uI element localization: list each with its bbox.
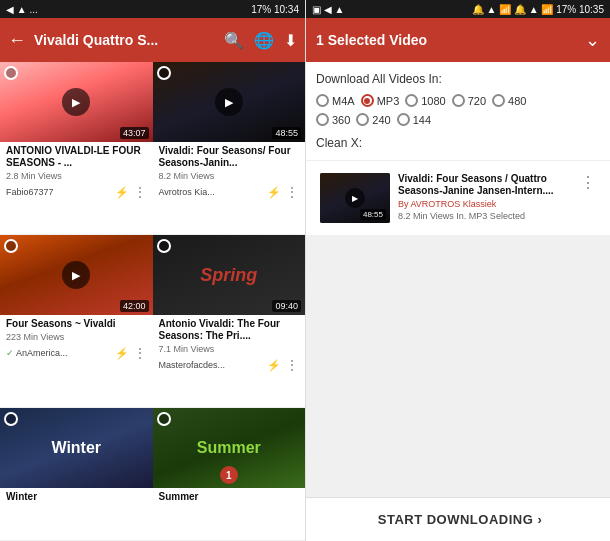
back-button[interactable]: ← xyxy=(8,30,26,51)
video-footer: Masterofacdes... ⚡ ⋮ xyxy=(153,357,306,373)
video-info: Vivaldi: Four Seasons/ Four Seasons-Jani… xyxy=(153,142,306,184)
empty-area xyxy=(306,235,610,497)
select-circle[interactable] xyxy=(157,66,171,80)
page-title: Vivaldi Quattro S... xyxy=(34,32,216,48)
selected-count-text: 1 Selected Video xyxy=(316,32,427,48)
radio-360[interactable] xyxy=(316,113,329,126)
video-thumbnail[interactable]: ▶ 42:00 xyxy=(0,235,153,315)
video-info: Four Seasons ~ Vivaldi 223 Min Views xyxy=(0,315,153,345)
list-item[interactable]: ▶ 48:55 Vivaldi: Four Seasons/ Four Seas… xyxy=(153,62,306,235)
video-title: Winter xyxy=(6,491,147,503)
result-info: Vivaldi: Four Seasons / Quattro Seasons-… xyxy=(398,173,572,221)
video-channel: Masterofacdes... xyxy=(159,360,226,370)
video-footer: Avrotros Kia... ⚡ ⋮ xyxy=(153,184,306,200)
select-circle[interactable] xyxy=(157,412,171,426)
radio-m4a[interactable] xyxy=(316,94,329,107)
select-circle[interactable] xyxy=(4,66,18,80)
download-all-label: Download All Videos In: xyxy=(316,72,600,86)
download-icon[interactable]: ⬇ xyxy=(284,31,297,50)
select-circle[interactable] xyxy=(157,239,171,253)
video-info: Antonio Vivaldi: The Four Seasons: The P… xyxy=(153,315,306,357)
radio-480[interactable] xyxy=(492,94,505,107)
status-icons-left: ◀ ▲ ... xyxy=(6,4,38,15)
format-m4a[interactable]: M4A xyxy=(316,94,355,107)
select-circle[interactable] xyxy=(4,239,18,253)
video-title: ANTONIO VIVALDI-LE FOUR SEASONS - ... xyxy=(6,145,147,169)
duration-badge: 48:55 xyxy=(360,209,386,220)
status-icons-right-left: ▣ ◀ ▲ xyxy=(312,4,344,15)
video-info: Summer xyxy=(153,488,306,506)
radio-240[interactable] xyxy=(356,113,369,126)
duration-badge: 42:00 xyxy=(120,300,149,312)
result-title: Vivaldi: Four Seasons / Quattro Seasons-… xyxy=(398,173,572,197)
play-button[interactable]: ▶ xyxy=(62,88,90,116)
list-item[interactable]: Spring 09:40 Antonio Vivaldi: The Four S… xyxy=(153,235,306,408)
video-actions: ⚡ ⋮ xyxy=(267,184,299,200)
video-footer: ✓ AnAmerica... ⚡ ⋮ xyxy=(0,345,153,361)
radio-144[interactable] xyxy=(397,113,410,126)
video-title: Antonio Vivaldi: The Four Seasons: The P… xyxy=(159,318,300,342)
bolt-icon[interactable]: ⚡ xyxy=(267,186,281,199)
video-thumbnail[interactable]: Spring 09:40 xyxy=(153,235,306,315)
start-download-button[interactable]: START DOWNLOADING › xyxy=(306,497,610,541)
start-download-label: START DOWNLOADING › xyxy=(378,512,543,527)
more-options-icon[interactable]: ⋮ xyxy=(285,357,299,373)
more-options-icon[interactable]: ⋮ xyxy=(285,184,299,200)
radio-mp3[interactable] xyxy=(361,94,374,107)
duration-badge: 09:40 xyxy=(272,300,301,312)
duration-badge: 43:07 xyxy=(120,127,149,139)
bolt-icon[interactable]: ⚡ xyxy=(115,347,129,360)
bolt-icon[interactable]: ⚡ xyxy=(267,359,281,372)
list-item[interactable]: Summer 1 Summer xyxy=(153,408,306,541)
status-icons-right-right: 🔔 ▲ 📶 🔔 ▲ 📶 17% 10:35 xyxy=(472,4,604,15)
video-views: 223 Min Views xyxy=(6,332,147,342)
video-channel: ✓ AnAmerica... xyxy=(6,348,68,358)
format-row-2: 360 240 144 xyxy=(316,113,600,126)
badge-count: 1 xyxy=(220,466,238,484)
format-144[interactable]: 144 xyxy=(397,113,431,126)
video-title: Four Seasons ~ Vivaldi xyxy=(6,318,147,330)
toolbar-right: 1 Selected Video ⌄ xyxy=(306,18,610,62)
format-360[interactable]: 360 xyxy=(316,113,350,126)
toolbar-left: ← Vivaldi Quattro S... 🔍 🌐 ⬇ xyxy=(0,18,305,62)
radio-720[interactable] xyxy=(452,94,465,107)
list-item[interactable]: Winter Winter xyxy=(0,408,153,541)
toolbar-icons: 🔍 🌐 ⬇ xyxy=(224,31,297,50)
format-720[interactable]: 720 xyxy=(452,94,486,107)
more-options-icon[interactable]: ⋮ xyxy=(580,173,596,192)
list-item[interactable]: ▶ 42:00 Four Seasons ~ Vivaldi 223 Min V… xyxy=(0,235,153,408)
bolt-icon[interactable]: ⚡ xyxy=(115,186,129,199)
play-button[interactable]: ▶ xyxy=(345,188,365,208)
radio-1080[interactable] xyxy=(405,94,418,107)
more-options-icon[interactable]: ⋮ xyxy=(133,345,147,361)
globe-icon[interactable]: 🌐 xyxy=(254,31,274,50)
format-240[interactable]: 240 xyxy=(356,113,390,126)
chevron-down-icon[interactable]: ⌄ xyxy=(585,29,600,51)
play-button[interactable]: ▶ xyxy=(62,261,90,289)
play-button[interactable]: ▶ xyxy=(215,88,243,116)
clean-label: Clean X: xyxy=(316,132,600,154)
video-views: 2.8 Min Views xyxy=(6,171,147,181)
video-channel: Fabio67377 xyxy=(6,187,54,197)
video-thumbnail[interactable]: Winter xyxy=(0,408,153,488)
result-channel: By AVROTROS Klassiek xyxy=(398,199,572,209)
video-thumbnail[interactable]: ▶ 43:07 xyxy=(0,62,153,142)
video-actions: ⚡ ⋮ xyxy=(115,345,147,361)
more-options-icon[interactable]: ⋮ xyxy=(133,184,147,200)
download-options: Download All Videos In: M4A MP3 1080 720… xyxy=(306,62,610,161)
list-item[interactable]: ▶ 43:07 ANTONIO VIVALDI-LE FOUR SEASONS … xyxy=(0,62,153,235)
search-icon[interactable]: 🔍 xyxy=(224,31,244,50)
video-info: ANTONIO VIVALDI-LE FOUR SEASONS - ... 2.… xyxy=(0,142,153,184)
video-thumbnail[interactable]: ▶ 48:55 xyxy=(153,62,306,142)
duration-badge: 48:55 xyxy=(272,127,301,139)
format-480[interactable]: 480 xyxy=(492,94,526,107)
format-1080[interactable]: 1080 xyxy=(405,94,445,107)
select-circle[interactable] xyxy=(4,412,18,426)
result-thumbnail[interactable]: ▶ 48:55 xyxy=(320,173,390,223)
format-mp3[interactable]: MP3 xyxy=(361,94,400,107)
video-thumbnail[interactable]: Summer 1 xyxy=(153,408,306,488)
video-title: Vivaldi: Four Seasons/ Four Seasons-Jani… xyxy=(159,145,300,169)
battery-time-left: 17% 10:34 xyxy=(251,4,299,15)
format-row-1: M4A MP3 1080 720 480 xyxy=(316,94,600,107)
video-actions: ⚡ ⋮ xyxy=(115,184,147,200)
